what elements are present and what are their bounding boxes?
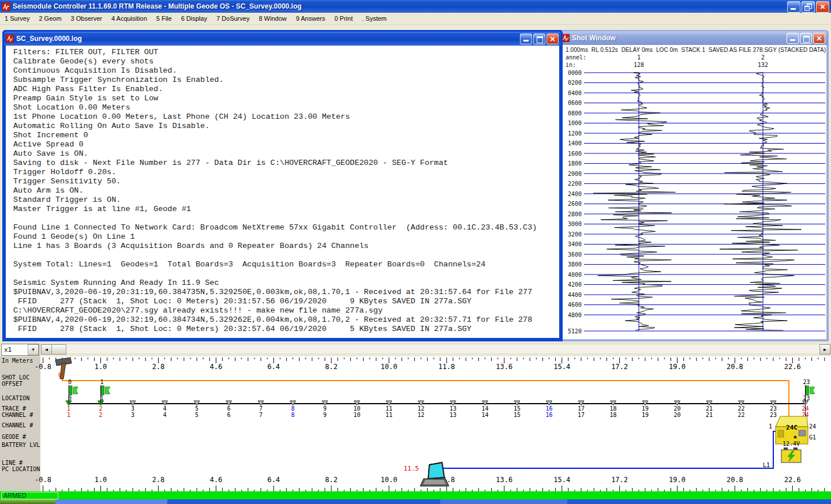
shot-window-title: Shot Window: [572, 34, 616, 42]
log-minimize-button[interactable]: [520, 33, 532, 44]
seismodule-controller-window: Seismodule Controller 11.1.69.0 RTM Rele…: [0, 0, 831, 504]
svg-text:TRACE #: TRACE #: [2, 405, 26, 412]
svg-text:18: 18: [609, 405, 616, 412]
svg-text:0: 0: [68, 395, 72, 401]
menu-item-file[interactable]: 5 File: [152, 14, 177, 23]
svg-text:23: 23: [770, 412, 777, 418]
menu-item-system[interactable]: . System: [357, 14, 391, 23]
spread-geometry-panel: In MetersSHOT LOCOFFSETLOCATIONTRACE #CH…: [0, 356, 831, 491]
zoom-level-select[interactable]: x1 ▼: [1, 344, 39, 356]
svg-text:8.2: 8.2: [325, 363, 338, 371]
menu-item-acquisition[interactable]: 4 Acquisition: [107, 14, 152, 23]
svg-text:20: 20: [673, 405, 680, 412]
svg-text:20.8: 20.8: [727, 363, 743, 371]
horizontal-scrollbar[interactable]: ◄ ►: [40, 344, 831, 354]
log-client-area: Filters: FILTER OUT, FILTER OUT Calibrat…: [6, 46, 559, 338]
svg-text:13: 13: [450, 412, 456, 418]
app-icon: [2, 2, 10, 11]
svg-text:15.4: 15.4: [553, 363, 570, 371]
svg-text:1: 1: [100, 379, 103, 385]
svg-text:0: 0: [58, 372, 62, 378]
svg-text:3800: 3800: [568, 261, 582, 268]
svg-text:22.6: 22.6: [784, 476, 801, 484]
menu-bar: 1 Survey2 Geom3 Observer4 Acquisition5 F…: [0, 13, 831, 25]
log-window: SC_Survey.0000.log ✕ Filters: FILTER OUT…: [2, 30, 563, 341]
battery-icon: [781, 447, 801, 462]
svg-text:22: 22: [738, 412, 744, 418]
main-titlebar[interactable]: Seismodule Controller 11.1.69.0 RTM Rele…: [0, 0, 831, 13]
shot-close-button[interactable]: ✕: [813, 33, 825, 44]
scroll-left-button[interactable]: ◄: [41, 344, 52, 355]
svg-text:3600: 3600: [568, 251, 582, 258]
svg-text:1800: 1800: [568, 160, 582, 167]
svg-text:10: 10: [353, 412, 360, 418]
chevron-down-icon[interactable]: ▼: [28, 344, 39, 355]
svg-text:17: 17: [578, 412, 585, 418]
svg-text:12: 12: [417, 412, 424, 418]
menu-item-observer[interactable]: 3 Observer: [66, 14, 107, 23]
svg-text:0000: 0000: [568, 70, 582, 76]
menu-item-dosurvey[interactable]: 7 DoSurvey: [212, 14, 254, 23]
svg-text:OFFSET: OFFSET: [2, 381, 23, 387]
svg-text:0200: 0200: [568, 80, 582, 86]
svg-text:19.0: 19.0: [669, 476, 686, 484]
svg-text:0600: 0600: [568, 100, 582, 106]
svg-text:15: 15: [514, 412, 521, 418]
svg-text:4800: 4800: [568, 312, 582, 318]
svg-text:3400: 3400: [568, 241, 582, 247]
minimize-button[interactable]: [787, 1, 800, 13]
svg-text:10.0: 10.0: [381, 476, 398, 484]
scroll-right-button[interactable]: ►: [819, 344, 830, 355]
svg-text:2: 2: [99, 412, 102, 418]
svg-text:18: 18: [609, 412, 616, 418]
svg-text:2800: 2800: [568, 211, 582, 217]
shot-window-titlebar[interactable]: Shot Window ✕: [560, 31, 828, 45]
shot-maximize-button[interactable]: [800, 33, 812, 44]
svg-text:15.4: 15.4: [553, 476, 570, 484]
svg-text:4400: 4400: [568, 292, 582, 298]
svg-text:24: 24: [809, 423, 816, 430]
shot-window: Shot Window ✕ 1.000ms RL 0.512s DELAY 0m…: [559, 30, 829, 341]
svg-text:1600: 1600: [568, 151, 582, 157]
log-close-button[interactable]: ✕: [546, 33, 559, 44]
spread-geometry-canvas[interactable]: In MetersSHOT LOCOFFSETLOCATIONTRACE #CH…: [0, 356, 831, 491]
menu-item-display[interactable]: 6 Display: [177, 14, 212, 23]
log-maximize-button[interactable]: [533, 33, 545, 44]
laptop-icon[interactable]: [420, 462, 449, 486]
menu-item-window[interactable]: 8 Window: [254, 14, 291, 23]
svg-text:14: 14: [481, 412, 488, 418]
menu-item-geom[interactable]: 2 Geom: [34, 14, 66, 23]
svg-text:6: 6: [227, 412, 230, 418]
svg-text:L1: L1: [763, 462, 770, 468]
svg-text:16: 16: [545, 412, 552, 418]
taskbar-strip: [0, 499, 831, 504]
svg-text:3: 3: [131, 412, 134, 418]
menu-item-print[interactable]: 0 Print: [330, 14, 357, 23]
svg-text:2: 2: [99, 405, 102, 412]
svg-text:1.0: 1.0: [95, 476, 107, 484]
svg-text:20.8: 20.8: [727, 476, 743, 484]
seismic-traces-plot: 0000020004000600080010001200140016001800…: [561, 45, 826, 339]
svg-text:G1: G1: [809, 434, 816, 441]
svg-text:14: 14: [481, 405, 488, 412]
svg-text:10.0: 10.0: [381, 363, 398, 371]
svg-text:11.5: 11.5: [404, 465, 420, 472]
status-bar: ARMED: [0, 491, 831, 499]
menu-item-answers[interactable]: 9 Answers: [291, 14, 330, 23]
log-window-titlebar[interactable]: SC_Survey.0000.log ✕: [4, 32, 561, 46]
svg-text:1400: 1400: [568, 140, 582, 146]
svg-text:0400: 0400: [568, 90, 582, 96]
svg-text:1: 1: [67, 405, 70, 412]
shot-minimize-button[interactable]: [787, 33, 799, 44]
svg-text:19: 19: [642, 412, 649, 418]
svg-text:17: 17: [578, 405, 585, 412]
restore-button[interactable]: [802, 1, 815, 13]
menu-item-survey[interactable]: 1 Survey: [0, 14, 34, 23]
scrollbar-thumb[interactable]: [51, 344, 66, 355]
svg-text:8: 8: [291, 405, 294, 412]
svg-text:PC LOCATION: PC LOCATION: [2, 466, 40, 472]
svg-text:CHANNEL #: CHANNEL #: [2, 412, 33, 418]
close-button[interactable]: ✕: [816, 1, 829, 13]
svg-text:0800: 0800: [568, 110, 582, 116]
geode-icon[interactable]: 24C: [776, 416, 808, 444]
